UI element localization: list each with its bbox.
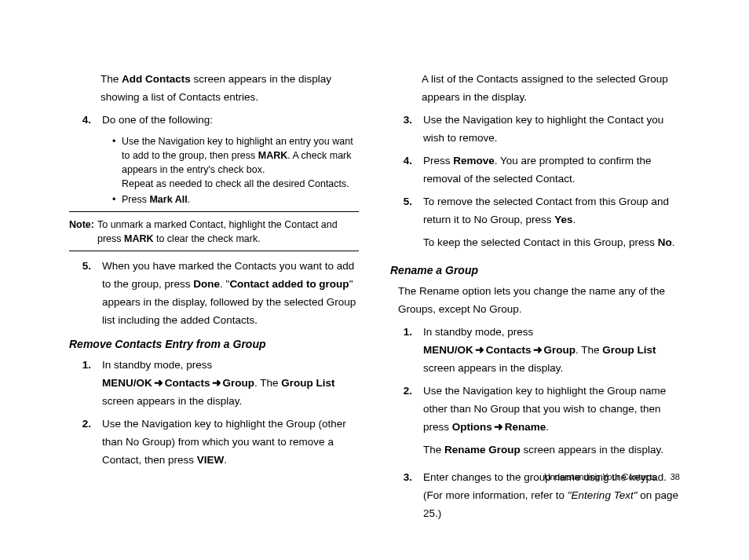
bold-text: Rename Group [444,444,521,456]
text: The [100,73,122,85]
text: The [423,444,444,456]
bullet-text: Use the Navigation key to highlight an e… [122,134,359,192]
bold-text: Done [193,278,220,290]
step-number: 3. [390,469,412,523]
text: . The [575,344,602,356]
bold-text: Add Contacts [122,73,191,85]
step-number: 2. [390,382,412,464]
bold-text: Mark All [149,194,187,205]
manual-page: The Add Contacts screen appears in the d… [0,0,749,560]
step-number: 1. [390,324,412,378]
note-label: Note: [69,218,94,246]
bullet-dot: • [112,134,122,192]
italic-text: "Entering Text" [568,489,638,501]
bullet-item: •Use the Navigation key to highlight an … [112,134,359,192]
step-2: 2. Use the Navigation key to highlight t… [69,415,359,470]
step-number: 5. [390,193,412,257]
bold-text: No [658,236,672,248]
divider [69,211,359,212]
step-5: 5. To remove the selected Contact from t… [390,193,680,257]
text: In standby mode, press [423,326,533,338]
step-text: In standby mode, press MENU/OK➜Contacts➜… [423,324,680,378]
step-text: When you have marked the Contacts you wa… [102,258,359,330]
paragraph: The Add Contacts screen appears in the d… [100,71,359,107]
heading-rename: Rename a Group [390,264,680,276]
bold-text: Contacts [165,377,210,389]
bold-text: Contact added to group [229,278,349,290]
bullet-text: Press Mark All. [122,192,359,207]
text: screen appears in the display. [423,362,563,374]
text: . " [220,278,229,290]
heading-remove: Remove Contacts Entry from a Group [69,338,359,350]
bullet-dot: • [112,192,122,207]
step-text: In standby mode, press MENU/OK➜Contacts➜… [102,357,359,411]
step-text: Do one of the following: [102,112,359,130]
step-number: 1. [69,357,91,411]
step-number: 2. [69,415,91,470]
bullet-item: •Press Mark All. [112,192,359,207]
step-4: 4. Press Remove. You are prompted to con… [390,152,680,188]
bullet-list: •Use the Navigation key to highlight an … [112,134,359,207]
step-number: 3. [390,112,412,148]
bold-text: Group [544,344,576,356]
paragraph: To keep the selected Contact in this Gro… [423,234,680,252]
step-3: 3. Use the Navigation key to highlight t… [390,112,680,148]
text: . [188,194,190,205]
bold-text: Rename [505,421,546,433]
text: . The [254,377,281,389]
text: . [672,236,675,248]
paragraph: The Rename Group screen appears in the d… [423,441,680,459]
step-5: 5. When you have marked the Contacts you… [69,258,359,330]
arrow-icon: ➜ [475,344,484,356]
left-column: The Add Contacts screen appears in the d… [69,71,359,528]
step-text: Use the Navigation key to highlight the … [423,382,680,464]
bold-text: Group List [602,344,656,356]
bold-text: Yes [554,214,572,225]
bold-text: Group [223,377,255,389]
text: screen appears in the display. [521,444,663,456]
text: screen appears in the display. [102,395,242,407]
step-text: Use the Navigation key to highlight the … [102,415,359,470]
columns: The Add Contacts screen appears in the d… [69,71,680,528]
text: to clear the check mark. [154,233,261,244]
note: Note:To unmark a marked Contact, highlig… [69,218,359,246]
bold-text: MENU/OK [423,344,473,356]
text: Repeat as needed to check all the desire… [122,178,349,189]
step-number: 4. [69,112,91,130]
step-text: To remove the selected Contact from this… [423,193,680,257]
bold-text: VIEW [197,454,225,466]
text: . [546,421,549,433]
step-text: Use the Navigation key to highlight the … [423,112,680,148]
step-1: 1. In standby mode, press MENU/OK➜Contac… [69,357,359,411]
arrow-icon: ➜ [212,377,221,389]
step-number: 5. [69,258,91,330]
text: . [573,214,576,225]
text: In standby mode, press [102,359,212,371]
note-text: To unmark a marked Contact, highlight th… [97,218,359,246]
text: To remove the selected Contact from this… [423,196,669,225]
step-number: 4. [390,152,412,188]
step-text: Press Remove. You are prompted to confir… [423,152,680,188]
arrow-icon: ➜ [533,344,543,356]
bold-text: Options [452,421,492,433]
text: To keep the selected Contact in this Gro… [423,236,658,248]
divider [69,251,359,251]
bold-text: Group List [281,377,334,389]
bold-text: Remove [453,155,495,167]
bold-text: MENU/OK [102,377,152,389]
right-column: A list of the Contacts assigned to the s… [390,71,680,528]
paragraph: The Rename option lets you change the na… [398,283,680,319]
bold-text: MARK [124,233,154,244]
arrow-icon: ➜ [494,421,503,433]
text: Press [423,155,453,167]
step-2: 2. Use the Navigation key to highlight t… [390,382,680,464]
step-4: 4. Do one of the following: [69,112,359,130]
bold-text: Contacts [486,344,532,356]
bold-text: MARK [258,150,288,161]
page-footer: Understanding Your Contacts38 [544,472,680,481]
text: . [224,454,227,466]
paragraph: A list of the Contacts assigned to the s… [422,71,680,107]
footer-title: Understanding Your Contacts [544,472,656,481]
page-number: 38 [656,472,680,481]
step-1: 1. In standby mode, press MENU/OK➜Contac… [390,324,680,378]
